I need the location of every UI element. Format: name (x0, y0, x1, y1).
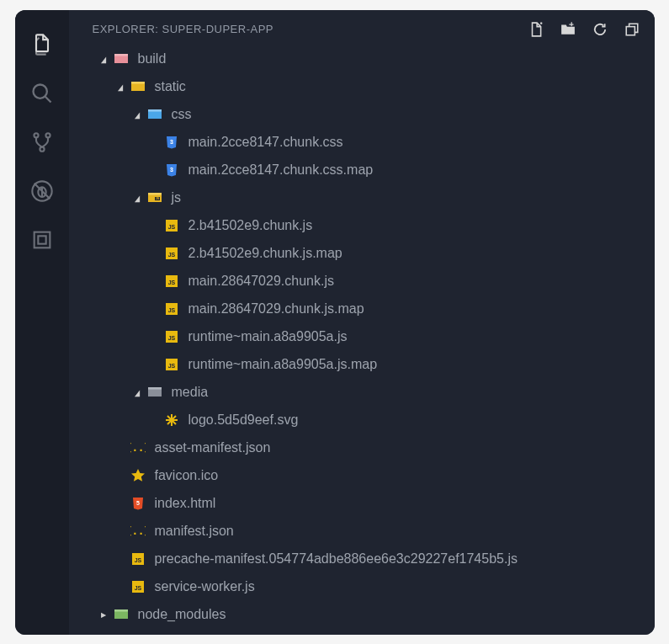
explorer-icon[interactable] (29, 32, 55, 57)
folder-row[interactable]: ◢js (69, 184, 655, 212)
svg-rect-9 (34, 232, 50, 247)
tree-item-label: main.2cce8147.chunk.css (188, 135, 343, 150)
file-row[interactable]: ▶logo.5d5d9eef.svg (69, 407, 655, 434)
debug-icon[interactable] (29, 178, 55, 204)
chevron-down-icon[interactable]: ◢ (134, 110, 141, 119)
tree-item-label: service-worker.js (155, 579, 255, 594)
tree-item-label: manifest.json (155, 524, 234, 539)
explorer-sidebar: EXPLORER: SUPER-DUPER-APP (69, 10, 655, 635)
new-file-icon[interactable] (528, 22, 544, 37)
file-css-icon (163, 162, 180, 178)
file-row[interactable]: ▶manifest.json (69, 518, 655, 546)
svg-rect-10 (38, 236, 45, 243)
tree-item-label: js (172, 190, 182, 205)
file-row[interactable]: ▶2.b41502e9.chunk.js (69, 212, 655, 240)
folder-row[interactable]: ◢media (69, 379, 655, 407)
source-control-icon[interactable] (29, 130, 55, 155)
tree-item-label: main.28647029.chunk.js.map (188, 301, 364, 317)
folder-build-icon (113, 51, 130, 67)
collapse-all-icon[interactable] (624, 22, 640, 37)
file-html-icon (130, 495, 146, 512)
tree-item-label: 2.b41502e9.chunk.js (188, 218, 313, 233)
tree-item-label: static (155, 79, 186, 94)
chevron-down-icon[interactable]: ◢ (134, 388, 141, 397)
svg-point-4 (40, 146, 44, 151)
file-js-icon (163, 356, 180, 373)
refresh-icon[interactable] (592, 22, 608, 37)
file-row[interactable]: ▶runtime~main.a8a9905a.js.map (69, 351, 655, 379)
tree-item-label: runtime~main.a8a9905a.js (188, 329, 348, 344)
tree-item-label: logo.5d5d9eef.svg (188, 412, 299, 428)
tree-item-label: node_modules (138, 607, 226, 622)
explorer-actions (528, 22, 640, 37)
file-json-icon (130, 523, 146, 540)
svg-rect-15 (626, 26, 634, 35)
tree-item-label: css (172, 107, 192, 122)
folder-static-icon (130, 78, 146, 95)
svg-rect-14 (569, 24, 573, 24)
tree-item-label: media (172, 385, 209, 400)
file-js-icon (163, 217, 180, 234)
file-row[interactable]: ▶runtime~main.a8a9905a.js (69, 323, 655, 351)
svg-point-2 (34, 133, 38, 137)
folder-css-icon (146, 106, 163, 123)
explorer-header: EXPLORER: SUPER-DUPER-APP (69, 10, 655, 45)
tree-item-label: runtime~main.a8a9905a.js.map (188, 357, 378, 372)
tree-item-label: main.28647029.chunk.js (188, 274, 334, 289)
folder-row[interactable]: ◢build (69, 45, 655, 73)
file-row[interactable]: ▶main.2cce8147.chunk.css (69, 129, 655, 157)
file-js-icon (163, 328, 180, 345)
explorer-title: EXPLORER: SUPER-DUPER-APP (93, 23, 274, 35)
editor-window: EXPLORER: SUPER-DUPER-APP (15, 10, 655, 635)
file-row[interactable]: ▶index.html (69, 490, 655, 518)
folder-js-icon (146, 189, 163, 206)
activity-bar (15, 10, 69, 635)
chevron-down-icon[interactable]: ◢ (117, 82, 124, 91)
file-row[interactable]: ▶precache-manifest.054774adbe886ee6e3c29… (69, 546, 655, 573)
tree-item-label: 2.b41502e9.chunk.js.map (188, 246, 342, 261)
folder-row[interactable]: ◢css (69, 101, 655, 129)
file-tree: ◢build◢static◢css▶main.2cce8147.chunk.cs… (69, 45, 655, 635)
folder-node-icon (113, 606, 130, 623)
chevron-down-icon[interactable]: ◢ (134, 194, 141, 202)
tree-item-label: main.2cce8147.chunk.css.map (188, 162, 374, 178)
svg-line-1 (45, 96, 50, 102)
file-js-icon (130, 551, 146, 567)
file-js-icon (130, 578, 146, 595)
file-svg-icon (163, 412, 180, 428)
tree-item-label: index.html (155, 496, 216, 511)
tree-item-label: build (138, 51, 167, 67)
file-row[interactable]: ▶favicon.ico (69, 462, 655, 490)
file-row[interactable]: ▶main.28647029.chunk.js (69, 268, 655, 295)
svg-point-0 (33, 84, 46, 98)
file-css-icon (163, 134, 180, 151)
extensions-icon[interactable] (29, 227, 55, 253)
tree-item-label: asset-manifest.json (155, 440, 271, 455)
file-row[interactable]: ▶2.b41502e9.chunk.js.map (69, 240, 655, 268)
file-row[interactable]: ▶asset-manifest.json (69, 434, 655, 462)
folder-row[interactable]: ◢static (69, 73, 655, 101)
folder-row[interactable]: ▶node_modules (69, 601, 655, 629)
chevron-right-icon[interactable]: ▶ (99, 610, 108, 619)
file-js-icon (163, 273, 180, 290)
new-folder-icon[interactable] (560, 22, 576, 37)
file-row[interactable]: ▶main.2cce8147.chunk.css.map (69, 157, 655, 184)
folder-media-icon (146, 384, 163, 401)
file-js-icon (163, 301, 180, 317)
tree-item-label: favicon.ico (155, 468, 219, 483)
svg-point-3 (45, 133, 50, 137)
file-json-icon (130, 439, 146, 456)
tree-item-label: precache-manifest.054774adbe886ee6e3c292… (155, 551, 518, 567)
file-favicon-icon (130, 467, 146, 484)
file-row[interactable]: ▶main.28647029.chunk.js.map (69, 295, 655, 323)
chevron-down-icon[interactable]: ◢ (100, 55, 107, 63)
file-js-icon (163, 245, 180, 262)
search-icon[interactable] (29, 81, 55, 106)
file-row[interactable]: ▶service-worker.js (69, 573, 655, 601)
